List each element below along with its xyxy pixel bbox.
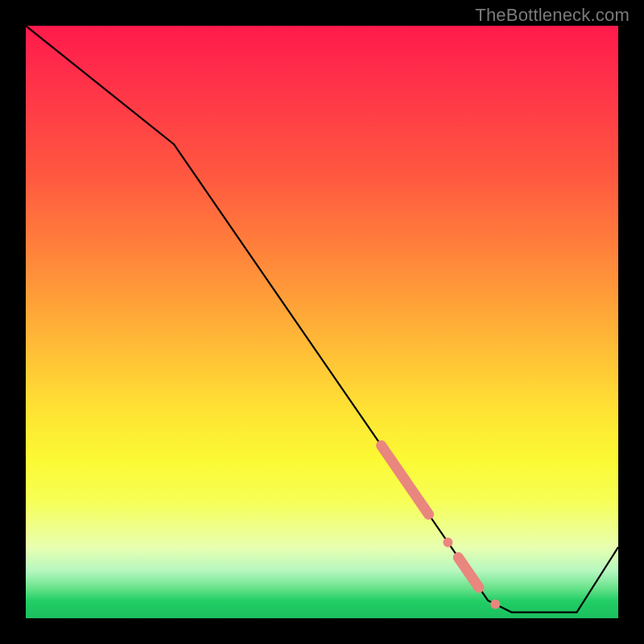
marker-dot (490, 600, 500, 609)
watermark-text: TheBottleneck.com (475, 5, 630, 26)
chart-frame: TheBottleneck.com (0, 0, 644, 644)
marker-segment (382, 445, 429, 514)
marker-dot (443, 538, 452, 547)
plot-svg (26, 26, 618, 618)
marker-segment (458, 558, 479, 588)
curve-line (26, 26, 618, 613)
marker-group (382, 445, 501, 609)
plot-area (26, 26, 618, 618)
